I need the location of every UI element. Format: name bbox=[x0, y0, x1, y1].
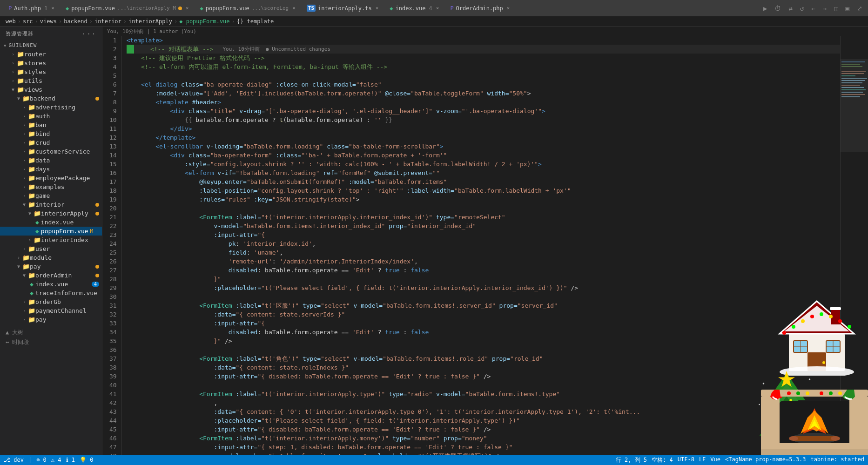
code-content[interactable]: <template> <!-- 对话框表单 --> You, 10分钟前 ● U… bbox=[122, 36, 840, 455]
hints-count[interactable]: 💡 0 bbox=[80, 457, 93, 463]
sidebar-item-paymentChannel[interactable]: › 📁 paymentChannel bbox=[0, 306, 102, 315]
sidebar-item-views[interactable]: ▼ 📁 views bbox=[0, 85, 102, 94]
sidebar-item-popupForm-vue[interactable]: ◆ popupForm.vue M bbox=[0, 227, 102, 236]
chevron-down-icon: ▼ bbox=[15, 264, 22, 269]
sidebar-item-examples[interactable]: › 📁 examples bbox=[0, 182, 102, 191]
chevron-down-icon: ▼ bbox=[9, 87, 17, 92]
code-line-17: @keyup.enter="baTable.onSubmit(formRef)"… bbox=[127, 177, 840, 186]
chevron-right-icon: › bbox=[20, 308, 28, 313]
code-line-29: :placeholder="t('Please select field', {… bbox=[127, 283, 840, 292]
sidebar-item-days[interactable]: › 📁 days bbox=[0, 165, 102, 174]
split-left-icon[interactable]: ◫ bbox=[832, 4, 840, 13]
tab-index-vue[interactable]: ◆ index.vue 4 × bbox=[385, 0, 444, 16]
sidebar-item-pay2[interactable]: › 📁 pay bbox=[0, 315, 102, 324]
search-replace-icon[interactable]: ⇄ bbox=[787, 4, 794, 13]
close-icon[interactable]: × bbox=[376, 5, 379, 11]
sidebar-item-styles[interactable]: › 📁 styles bbox=[0, 67, 102, 76]
refresh-icon[interactable]: ↺ bbox=[798, 4, 806, 13]
history-icon[interactable]: ⏱ bbox=[773, 4, 783, 13]
sidebar-item-data[interactable]: › 📁 data bbox=[0, 156, 102, 165]
git-branch[interactable]: ⎇ dev bbox=[4, 457, 24, 463]
tab-popupform-interior[interactable]: ◆ popupForm.vue ...\interiorApply M × bbox=[61, 0, 194, 16]
chevron-right-icon: › bbox=[20, 158, 28, 163]
sidebar-item-interiorApply[interactable]: ▼ 📁 interiorApply bbox=[0, 209, 102, 218]
sidebar-item-orderAdmin[interactable]: ▼ 📁 orderAdmin bbox=[0, 271, 102, 280]
sidebar-menu-icon[interactable]: ··· bbox=[81, 29, 96, 38]
error-count[interactable]: ⊗ 0 bbox=[36, 457, 47, 463]
sidebar-item-backend[interactable]: ▼ 📁 backend bbox=[0, 94, 102, 103]
run-icon[interactable]: ▶ bbox=[761, 4, 769, 13]
line-endings[interactable]: LF bbox=[699, 456, 706, 464]
sidebar-item-utils[interactable]: › 📁 utils bbox=[0, 76, 102, 85]
sidebar-item-index-vue[interactable]: ◆ index.vue bbox=[0, 218, 102, 227]
code-line-39: :input-attr="{ disabled: baTable.form.op… bbox=[127, 372, 840, 381]
sidebar-item-pay[interactable]: ▼ 📁 pay bbox=[0, 262, 102, 271]
sidebar-item-employeePackage[interactable]: › 📁 employeePackage bbox=[0, 174, 102, 182]
tab-orderadmin-php[interactable]: P OrderAdmin.php × bbox=[445, 0, 514, 16]
code-line-18: :label-position="config.layout.shrink ? … bbox=[127, 186, 840, 195]
code-line-2: <!-- 对话框表单 --> You, 10分钟前 ● Uncommitted … bbox=[127, 45, 840, 54]
sidebar-item-orderGb[interactable]: › 📁 orderGb bbox=[0, 297, 102, 306]
sidebar-item-router[interactable]: › 📁 router bbox=[0, 50, 102, 59]
code-line-10: {{ baTable.form.operate ? t(baTable.form… bbox=[127, 115, 840, 124]
sidebar-item-crud[interactable]: › 📁 crud bbox=[0, 138, 102, 147]
language-mode[interactable]: Vue bbox=[710, 456, 720, 464]
code-line-41: <FormItem :label="t('interior.interiorAp… bbox=[127, 390, 840, 398]
info-count[interactable]: ℹ 1 bbox=[66, 457, 75, 463]
project-root[interactable]: ▼ GUILDNEW bbox=[0, 41, 102, 50]
sidebar-item-ban[interactable]: › 📁 ban bbox=[0, 121, 102, 129]
sidebar-item-interior[interactable]: ▼ 📁 interior bbox=[0, 200, 102, 209]
chevron-right-icon: › bbox=[9, 52, 17, 57]
sidebar-item-interiorIndex[interactable]: › 📁 interiorIndex bbox=[0, 236, 102, 244]
close-icon[interactable]: × bbox=[507, 5, 510, 11]
chevron-down-icon: ▼ bbox=[20, 202, 28, 207]
sidebar-item-index-vue-2[interactable]: ◆ index.vue 4 bbox=[0, 280, 102, 289]
warning-count[interactable]: ⚠ 4 bbox=[51, 457, 61, 463]
svg-rect-15 bbox=[841, 59, 868, 152]
chevron-right-icon: › bbox=[20, 140, 28, 145]
title-bar: P Auth.php 1 × ◆ popupForm.vue ...\inter… bbox=[0, 0, 868, 16]
undo-icon[interactable]: ← bbox=[809, 4, 817, 13]
code-line-23: :input-attr="{ bbox=[127, 230, 840, 239]
code-line-42: , bbox=[127, 398, 840, 407]
sidebar-title: 资源管理器 ··· bbox=[0, 27, 102, 41]
sidebar-item-auth[interactable]: › 📁 auth bbox=[0, 112, 102, 121]
code-line-30 bbox=[127, 292, 840, 301]
code-line-3: <!-- 建议使用 Prettier 格式化代码 --> bbox=[127, 54, 840, 62]
sidebar-item-game[interactable]: › 📁 game bbox=[0, 191, 102, 200]
code-line-33: :input-attr="{ bbox=[127, 319, 840, 328]
encoding[interactable]: UTF-8 bbox=[678, 456, 694, 464]
code-line-27: disabled: baTable.form.operate == 'Edit'… bbox=[127, 266, 840, 275]
code-line-32: :data="{ content: state.serverIds }" bbox=[127, 310, 840, 319]
spaces-indicator[interactable]: 空格: 4 bbox=[652, 456, 673, 464]
code-editor[interactable]: 12345 678910 1112131415 1617181920 21222… bbox=[102, 36, 868, 455]
sidebar-item-customerService[interactable]: › 📁 customerService bbox=[0, 147, 102, 156]
sidebar-item-bind[interactable]: › 📁 bind bbox=[0, 129, 102, 138]
code-line-15: :style="config.layout.shrink ? '' : 'wid… bbox=[127, 160, 840, 168]
tab-interiorapply-ts[interactable]: TS interiorApply.ts × bbox=[302, 0, 383, 16]
code-line-36 bbox=[127, 345, 840, 354]
sidebar-item-traceInfoForm[interactable]: ◆ traceInfoForm.vue bbox=[0, 289, 102, 297]
close-icon[interactable]: × bbox=[186, 5, 189, 11]
close-icon[interactable]: × bbox=[51, 5, 54, 11]
modified-badge bbox=[95, 265, 99, 269]
sidebar-item-module[interactable]: › 📁 module bbox=[0, 253, 102, 262]
redo-icon[interactable]: → bbox=[821, 4, 828, 13]
code-line-46: <FormItem :label="t('interior.interiorAp… bbox=[127, 434, 840, 443]
split-right-icon[interactable]: ▣ bbox=[844, 4, 851, 13]
vue-icon: ◆ bbox=[200, 5, 203, 12]
sidebar-item-user[interactable]: › 📁 user bbox=[0, 244, 102, 253]
chevron-right-icon: › bbox=[26, 237, 34, 243]
tagname-info: <TagName prop-name=5.3.3 bbox=[725, 456, 806, 464]
sidebar-item-stores[interactable]: › 📁 stores bbox=[0, 59, 102, 67]
close-icon[interactable]: × bbox=[292, 5, 296, 11]
cursor-position[interactable]: 行 2, 列 5 bbox=[616, 456, 647, 464]
minimap bbox=[840, 36, 868, 455]
close-icon[interactable]: × bbox=[436, 5, 439, 11]
sidebar-item-advertising[interactable]: › 📁 advertising bbox=[0, 103, 102, 112]
tab-auth-php[interactable]: P Auth.php 1 × bbox=[4, 0, 59, 16]
tab-popupform-score[interactable]: ◆ popupForm.vue ...\scoreLog × bbox=[195, 0, 300, 16]
chevron-right-icon: › bbox=[9, 61, 17, 66]
chevron-right-icon: › bbox=[20, 175, 28, 181]
maximize-icon[interactable]: ⤢ bbox=[855, 4, 864, 13]
